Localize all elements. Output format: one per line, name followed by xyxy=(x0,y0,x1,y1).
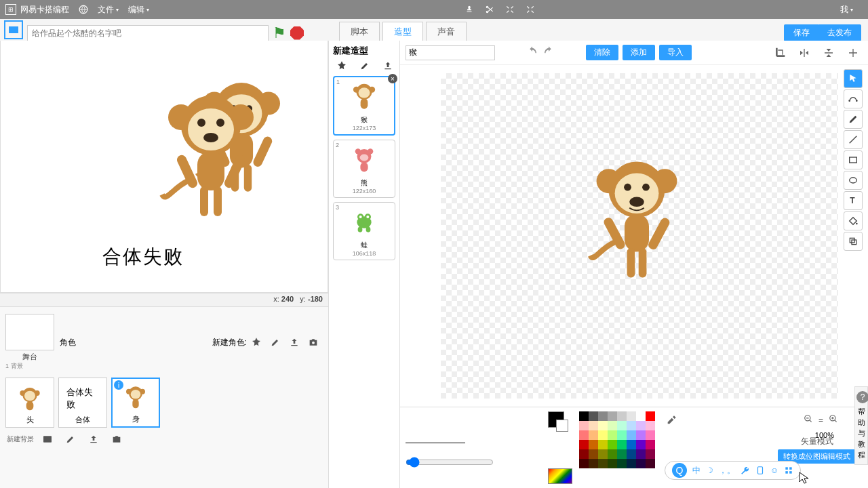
clipboard-icon[interactable] xyxy=(755,466,765,475)
svg-point-69 xyxy=(856,100,858,102)
app-logo-icon: ⊞ xyxy=(5,4,16,15)
eyedropper-icon[interactable] xyxy=(665,414,677,426)
stage-thumbnail[interactable] xyxy=(5,314,54,350)
line-tool[interactable] xyxy=(844,130,863,149)
color-palette[interactable] xyxy=(579,411,655,484)
close-icon[interactable]: × xyxy=(388,74,397,83)
costume-card-3[interactable]: 3 蛙 106x118 xyxy=(333,202,395,260)
wrench-icon[interactable] xyxy=(741,466,750,475)
duplicate-tool[interactable] xyxy=(844,232,863,251)
ellipse-tool[interactable] xyxy=(844,171,863,190)
stop-icon[interactable] xyxy=(290,26,304,40)
tab-costume[interactable]: 造型 xyxy=(382,22,423,42)
zoom-in-icon[interactable] xyxy=(829,414,838,426)
svg-point-67 xyxy=(629,197,644,207)
stage-size-icon[interactable] xyxy=(4,20,23,39)
add-button[interactable]: 添加 xyxy=(623,45,655,60)
reshape-tool[interactable] xyxy=(844,89,863,108)
clear-button[interactable]: 清除 xyxy=(586,45,618,60)
svg-rect-59 xyxy=(625,214,649,252)
background-color[interactable] xyxy=(556,420,568,432)
svg-rect-70 xyxy=(850,157,857,163)
svg-rect-18 xyxy=(197,151,224,190)
svg-text:T: T xyxy=(850,196,855,205)
editor-tabs: 脚本 造型 声音 xyxy=(339,22,467,42)
svg-rect-82 xyxy=(789,471,792,474)
publish-button[interactable]: 去发布 xyxy=(818,24,861,41)
svg-rect-62 xyxy=(627,248,635,277)
stamp-icon[interactable] xyxy=(463,3,475,16)
sprite-card-body[interactable]: i 身 xyxy=(111,378,160,428)
svg-rect-78 xyxy=(758,467,763,474)
fill-tool[interactable] xyxy=(844,211,863,230)
zoom-reset-icon[interactable]: = xyxy=(818,415,823,425)
stage-sublabel: 1 背景 xyxy=(5,362,54,371)
color-picker-icon[interactable] xyxy=(548,468,572,484)
paint-sprite-icon[interactable] xyxy=(269,336,281,348)
backdrop-library-icon[interactable] xyxy=(41,433,54,445)
new-backdrop-label: 新建背景 xyxy=(7,434,34,444)
green-flag-icon[interactable]: ⚑ xyxy=(273,24,286,42)
save-button[interactable]: 保存 xyxy=(784,24,819,41)
center-icon[interactable] xyxy=(847,47,859,59)
sprites-title: 角色 xyxy=(60,337,76,348)
svg-point-65 xyxy=(624,184,631,191)
costume-card-2[interactable]: 2 熊 122x160 xyxy=(333,140,395,198)
upload-backdrop-icon[interactable] xyxy=(87,433,100,445)
svg-point-71 xyxy=(850,178,857,183)
svg-point-2 xyxy=(486,11,488,12)
help-sidebar[interactable]: ? 帮助与教程 xyxy=(854,386,868,465)
camera-sprite-icon[interactable] xyxy=(307,336,319,348)
scissors-icon[interactable] xyxy=(484,3,496,16)
import-button[interactable]: 导入 xyxy=(659,45,692,60)
svg-rect-81 xyxy=(786,471,789,474)
upload-sprite-icon[interactable] xyxy=(288,336,300,348)
costume-library-icon[interactable] xyxy=(336,60,347,72)
costume-card-1[interactable]: 1 × 猴 122x173 xyxy=(333,76,395,136)
globe-icon[interactable] xyxy=(79,5,88,14)
help-icon[interactable]: ? xyxy=(856,391,868,403)
undo-icon[interactable] xyxy=(526,45,538,60)
select-tool[interactable] xyxy=(844,69,863,88)
ime-toolbar[interactable]: Q 中 ☽ ，。 ☺ xyxy=(665,461,801,480)
contract-icon[interactable] xyxy=(524,3,536,16)
zoom-out-icon[interactable] xyxy=(804,414,813,426)
svg-point-64 xyxy=(615,174,659,214)
sprite-card-head[interactable]: 头 xyxy=(5,378,54,428)
flip-v-icon[interactable] xyxy=(823,47,835,59)
project-title-input[interactable] xyxy=(27,25,269,41)
top-menu-bar: ⊞ 网易卡搭编程 文件▾ 编辑▾ 我▾ xyxy=(0,0,868,19)
file-menu[interactable]: 文件▾ xyxy=(98,4,119,16)
flip-h-icon[interactable] xyxy=(798,47,810,59)
svg-rect-74 xyxy=(850,238,854,243)
grid-icon[interactable] xyxy=(784,466,793,475)
rect-tool[interactable] xyxy=(844,150,863,169)
sprite-card-combine[interactable]: 合体失败 合体 xyxy=(58,378,107,428)
svg-point-27 xyxy=(312,342,315,344)
edit-menu[interactable]: 编辑▾ xyxy=(128,4,149,16)
svg-point-32 xyxy=(24,391,35,401)
pencil-tool[interactable] xyxy=(844,110,863,129)
paint-canvas[interactable] xyxy=(441,73,838,399)
mode-label: 矢量模式 xyxy=(778,436,856,447)
tab-sound[interactable]: 声音 xyxy=(426,22,467,42)
crop-icon[interactable] xyxy=(774,47,786,59)
expand-icon[interactable] xyxy=(504,3,516,16)
brush-size-slider[interactable] xyxy=(406,457,494,468)
sprite-library-icon[interactable] xyxy=(250,336,262,348)
svg-rect-21 xyxy=(200,186,208,216)
paint-costume-icon[interactable] xyxy=(359,60,370,72)
camera-backdrop-icon[interactable] xyxy=(111,433,123,445)
info-icon[interactable]: i xyxy=(114,380,123,390)
stage-text: 合体失败 xyxy=(102,244,184,270)
tab-script[interactable]: 脚本 xyxy=(339,22,380,42)
stage: 合体失败 xyxy=(0,41,328,293)
paint-backdrop-icon[interactable] xyxy=(64,433,77,445)
upload-costume-icon[interactable] xyxy=(382,60,393,72)
costume-name-input[interactable] xyxy=(406,45,495,60)
svg-point-26 xyxy=(203,133,218,142)
text-tool[interactable]: T xyxy=(844,191,863,210)
redo-icon[interactable] xyxy=(542,45,555,60)
me-menu[interactable]: 我▾ xyxy=(840,4,853,16)
canvas-content xyxy=(576,151,698,287)
